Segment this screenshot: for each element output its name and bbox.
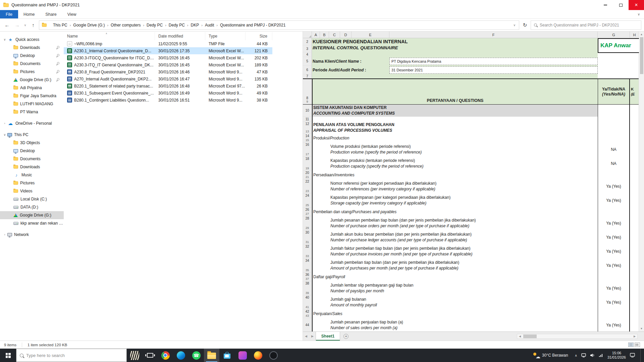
- file-row[interactable]: A230.8_Fraud Questionnaire_DKP202130/01/…: [64, 68, 272, 75]
- select-all-corner[interactable]: [303, 32, 312, 38]
- refresh-button[interactable]: ↻: [521, 22, 529, 28]
- sidebar-section-network[interactable]: ›Network: [0, 231, 64, 239]
- sidebar-section-onedrive[interactable]: ›OneDrive - Personal: [0, 119, 64, 127]
- maximize-button[interactable]: [613, 0, 629, 10]
- up-button[interactable]: ↑: [29, 22, 38, 28]
- row-number[interactable]: 1213: [303, 122, 312, 134]
- sheet-row[interactable]: 2223Nomor referensi (per kategori persed…: [303, 179, 639, 193]
- column-header-G[interactable]: G: [598, 32, 630, 38]
- answer-cell[interactable]: Ya (Yes): [598, 295, 630, 309]
- action-center-icon[interactable]: [630, 353, 635, 358]
- breadcrumb-item[interactable]: Audit: [203, 23, 216, 27]
- chevron-icon[interactable]: ›: [2, 122, 7, 125]
- row-number[interactable]: 2425: [303, 193, 312, 207]
- row-number[interactable]: 2829: [303, 216, 312, 230]
- sheet-row[interactable]: 1213PENILAIAN ATAS VOLUME PENGOLAHANAPPR…: [303, 122, 639, 134]
- scroll-down-icon[interactable]: ▼: [640, 326, 643, 331]
- file-row[interactable]: B280.1_Contingent Liabilities Questionn.…: [64, 97, 272, 104]
- display-icon[interactable]: [581, 353, 586, 358]
- sheet-row[interactable]: 4: [303, 52, 639, 57]
- column-header-name[interactable]: ∧Name: [64, 32, 155, 40]
- address-dropdown-icon[interactable]: ∨: [512, 23, 517, 27]
- row-number[interactable]: 3435: [303, 258, 312, 273]
- taskbar-app-purple[interactable]: [235, 349, 250, 362]
- sheet-row[interactable]: 3233Jumlah faktur pembelian tiap bulan (…: [303, 244, 639, 258]
- answer-cell[interactable]: NA: [598, 157, 630, 171]
- chevron-icon[interactable]: ∨: [2, 38, 7, 41]
- sheet-row[interactable]: 2KUESIONER PENGENDALIAN INTERNAL: [303, 38, 639, 45]
- taskbar-store[interactable]: [219, 349, 235, 362]
- sidebar-item[interactable]: Documents: [0, 60, 64, 68]
- file-row[interactable]: A230.1_Internal Control Questionnaire_D.…: [64, 47, 272, 54]
- horizontal-scroll-thumb[interactable]: [523, 335, 537, 338]
- sheet-row[interactable]: 3839Jumlah lembar slip pembayaran gaji t…: [303, 281, 639, 295]
- sheet-tab[interactable]: Sheet1: [316, 332, 340, 341]
- sheet-row[interactable]: 1819Kapasitas produksi (tentukan periode…: [303, 157, 639, 171]
- tab-home[interactable]: Home: [18, 10, 40, 18]
- row-number[interactable]: 4041: [303, 295, 312, 309]
- column-header-E[interactable]: E: [352, 32, 389, 38]
- sheet-row[interactable]: 1617Volume produksi (tentukan periode re…: [303, 142, 639, 157]
- breadcrumb-item[interactable]: Google Drive (G:): [71, 23, 107, 27]
- row-number[interactable]: 10: [303, 105, 312, 117]
- tab-view[interactable]: View: [62, 10, 82, 18]
- file-row[interactable]: B230.1_Subsequent Event Questionnaire_..…: [64, 89, 272, 97]
- vertical-scrollbar[interactable]: ▲ ▼: [639, 32, 644, 331]
- taskbar-task-view[interactable]: [142, 349, 158, 362]
- back-button[interactable]: ←: [3, 22, 11, 28]
- sheet-row[interactable]: 2425Kapasitas penyimpanan (per kategori …: [303, 193, 639, 207]
- breadcrumb-item[interactable]: Other computers: [108, 23, 143, 27]
- sidebar-item[interactable]: Music: [0, 171, 64, 179]
- taskbar-search-input[interactable]: [26, 353, 123, 358]
- sidebar-item[interactable]: Local Disk (C:): [0, 195, 64, 203]
- column-header-H[interactable]: H: [630, 32, 639, 38]
- answer-cell[interactable]: Ya (Yes): [598, 318, 630, 331]
- breadcrumb-item[interactable]: This PC: [51, 23, 70, 27]
- sheet-row[interactable]: 3INTERNAL CONTROL QUESTIONNAIRE: [303, 45, 639, 52]
- chevron-icon[interactable]: ∨: [2, 133, 7, 136]
- answer-cell[interactable]: Ya (Yes): [598, 230, 630, 244]
- forward-button[interactable]: →: [13, 22, 21, 28]
- volume-icon[interactable]: [590, 353, 595, 357]
- sheet-row[interactable]: 44Jumlah pesanan penjualan tiap bulan (a…: [303, 318, 639, 331]
- taskbar-search[interactable]: [16, 349, 127, 362]
- sheet-row[interactable]: 1415Produksi/Production: [303, 134, 639, 142]
- history-dropdown-icon[interactable]: ∨: [23, 23, 28, 27]
- row-number[interactable]: 3: [303, 45, 312, 52]
- sheet-row[interactable]: 3031Jumlah akun buku besar pembelian (da…: [303, 230, 639, 244]
- sheet-row[interactable]: 89PERTANYAAN / QUESTIONSYa/Tidak/NA(Yes/…: [303, 78, 639, 105]
- sidebar-item[interactable]: Downloads: [0, 44, 64, 52]
- close-button[interactable]: ×: [629, 0, 644, 10]
- row-number[interactable]: 7: [303, 74, 312, 78]
- taskbar-file-explorer[interactable]: [204, 349, 219, 362]
- column-header-size[interactable]: Size: [246, 32, 272, 40]
- column-header-type[interactable]: Type: [205, 32, 246, 40]
- start-button[interactable]: [0, 349, 16, 362]
- breadcrumb-item[interactable]: DKP: [189, 23, 202, 27]
- row-number[interactable]: 5: [303, 57, 312, 66]
- answer-cell[interactable]: Ya (Yes): [598, 193, 630, 207]
- taskbar-whatsapp[interactable]: ☎: [189, 349, 204, 362]
- sheet-row[interactable]: 7: [303, 74, 639, 78]
- horizontal-scrollbar[interactable]: ◀ ▶: [517, 334, 638, 339]
- column-header-A[interactable]: A: [312, 32, 320, 38]
- network-icon[interactable]: [599, 353, 603, 357]
- sidebar-item[interactable]: Downloads: [0, 163, 64, 171]
- sheet-row[interactable]: 2627Pembelian dan utang/Purchases and pa…: [303, 207, 639, 216]
- column-header-C[interactable]: C: [329, 32, 340, 38]
- row-number[interactable]: 44: [303, 318, 312, 331]
- sidebar-item[interactable]: Adi Priyatna: [0, 84, 64, 92]
- sheet-next-icon[interactable]: ▶: [309, 335, 316, 338]
- sidebar-item[interactable]: Figar Jaya Samudra: [0, 92, 64, 100]
- scroll-left-icon[interactable]: ◀: [517, 335, 523, 338]
- answer-cell[interactable]: Ya (Yes): [598, 258, 630, 273]
- chevron-icon[interactable]: ›: [2, 233, 7, 236]
- sidebar-item[interactable]: 3D Objects: [0, 139, 64, 147]
- show-desktop-button[interactable]: [640, 349, 642, 362]
- sidebar-item[interactable]: Documents: [0, 155, 64, 163]
- row-number[interactable]: 2627: [303, 207, 312, 216]
- row-number[interactable]: 3839: [303, 281, 312, 295]
- column-header-B[interactable]: B: [320, 32, 329, 38]
- row-number[interactable]: 4243: [303, 309, 312, 318]
- row-number[interactable]: 2223: [303, 179, 312, 193]
